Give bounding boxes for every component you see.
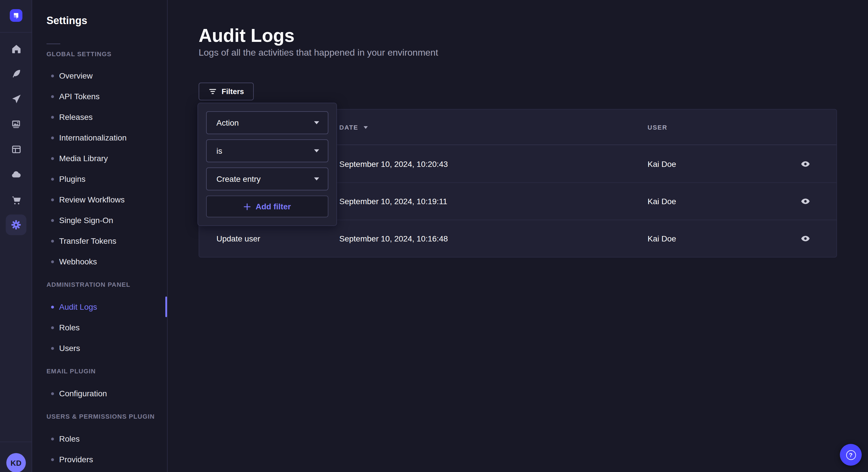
caret-down-icon [363, 125, 369, 129]
filter-popover: Action is Create entry [197, 103, 337, 226]
sidebar-item-home[interactable] [5, 37, 28, 60]
bullet-dot [51, 136, 54, 139]
cloud-icon [11, 169, 21, 179]
nav-list-global-settings: Overview API Tokens Releases Internation… [32, 65, 167, 272]
sidebar-item-webhooks[interactable]: Webhooks [32, 251, 167, 272]
cell-date: September 10, 2024, 10:20:43 [339, 159, 648, 168]
page-title: Audit Logs [198, 24, 837, 47]
sidebar-item-admin-users[interactable]: Users [32, 338, 167, 359]
sidebar-item-up-roles[interactable]: Roles [32, 429, 167, 449]
sidebar-item-transfer-tokens[interactable]: Transfer Tokens [32, 231, 167, 251]
avatar[interactable]: KD [6, 453, 26, 472]
sidebar-item-email-configuration[interactable]: Configuration [32, 383, 167, 404]
sidebar-item-content-type-builder[interactable] [5, 62, 28, 85]
quill-icon [11, 69, 21, 78]
bullet-dot [51, 260, 54, 263]
plus-icon [244, 203, 251, 210]
view-details-button[interactable] [797, 231, 813, 247]
cell-user: Kai Doe [648, 234, 792, 243]
sidebar-item-single-sign-on[interactable]: Single Sign-On [32, 210, 167, 231]
main-content: Audit Logs Logs of all the activities th… [167, 0, 868, 472]
heading-divider [46, 43, 60, 44]
chevron-down-icon [313, 148, 320, 153]
active-indicator [165, 297, 167, 317]
bullet-dot [51, 198, 54, 201]
rail-divider [0, 442, 32, 442]
bullet-dot [51, 74, 54, 77]
chevron-down-icon [313, 177, 320, 181]
question-mark-icon: ? [846, 450, 856, 460]
bullet-dot [51, 458, 54, 461]
strapi-logo[interactable] [10, 9, 22, 22]
eye-icon [801, 197, 810, 206]
sidebar-item-api-tokens[interactable]: API Tokens [32, 86, 167, 107]
cell-date: September 10, 2024, 10:19:11 [339, 197, 648, 206]
subnav-heading: Settings [46, 14, 167, 27]
icon-rail: KD [0, 0, 32, 472]
view-details-button[interactable] [797, 193, 813, 209]
sidebar-item-content-manager[interactable] [5, 138, 28, 161]
section-label-administration-panel: Administration Panel [46, 281, 167, 289]
sidebar-item-media-library[interactable] [5, 113, 28, 136]
bullet-dot [51, 326, 54, 329]
eye-icon [801, 159, 810, 168]
section-label-email-plugin: Email Plugin [46, 368, 167, 375]
column-header-user: User [648, 124, 792, 131]
help-button[interactable]: ? [840, 444, 862, 466]
home-icon [11, 44, 21, 54]
eye-icon [801, 234, 810, 243]
layout-icon [11, 144, 21, 154]
bullet-dot [51, 115, 54, 119]
view-details-button[interactable] [797, 156, 813, 172]
sidebar-item-plugins[interactable]: Plugins [32, 169, 167, 189]
gear-icon [11, 220, 21, 230]
cell-date: September 10, 2024, 10:16:48 [339, 234, 648, 243]
bullet-dot [51, 177, 54, 180]
sidebar-item-releases[interactable]: Releases [32, 107, 167, 127]
cell-user: Kai Doe [648, 197, 792, 206]
bullet-dot [51, 219, 54, 222]
bullet-dot [51, 305, 54, 308]
sidebar-item-up-providers[interactable]: Providers [32, 449, 167, 470]
cell-action: Update user [216, 234, 339, 243]
sidebar-item-review-workflows[interactable]: Review Workflows [32, 189, 167, 210]
add-filter-button[interactable]: Add filter [206, 196, 329, 217]
column-header-date[interactable]: Date [339, 124, 648, 131]
sidebar-item-deploy[interactable] [5, 87, 28, 110]
bullet-dot [51, 157, 54, 160]
sidebar-item-internationalization[interactable]: Internationalization [32, 127, 167, 148]
sidebar-item-admin-roles[interactable]: Roles [32, 317, 167, 338]
bullet-dot [51, 437, 54, 440]
sidebar-item-media-library-settings[interactable]: Media Library [32, 148, 167, 169]
bullet-dot [51, 95, 54, 98]
page-subtitle: Logs of all the activities that happened… [198, 47, 837, 58]
strapi-admin-window: KD Settings Global Settings Overview API… [0, 0, 868, 472]
bullet-dot [51, 392, 54, 395]
cell-user: Kai Doe [648, 159, 792, 168]
section-label-global-settings: Global Settings [46, 50, 167, 58]
filter-icon [208, 87, 217, 96]
filter-operator-select[interactable]: is [206, 139, 329, 162]
filter-field-select[interactable]: Action [206, 111, 329, 134]
settings-subnav: Settings Global Settings Overview API To… [32, 0, 167, 472]
nav-list-email-plugin: Configuration [32, 383, 167, 404]
media-stack-icon [11, 119, 21, 130]
nav-list-users-permissions: Roles Providers [32, 429, 167, 470]
strapi-logo-icon [12, 11, 20, 20]
sidebar-item-audit-logs[interactable]: Audit Logs [32, 297, 167, 317]
paper-plane-icon [11, 94, 21, 103]
chevron-down-icon [313, 121, 320, 125]
filter-value-select[interactable]: Create entry [206, 167, 329, 191]
rail-divider [0, 32, 32, 33]
sidebar-item-settings[interactable] [6, 214, 26, 235]
bullet-dot [51, 347, 54, 349]
bullet-dot [51, 239, 54, 242]
filters-button[interactable]: Filters [198, 82, 254, 100]
nav-list-administration-panel: Audit Logs Roles Users [32, 297, 167, 359]
section-label-users-permissions-plugin: Users & Permissions plugin [46, 413, 167, 420]
sidebar-item-marketplace[interactable] [5, 189, 28, 212]
cart-icon [11, 195, 21, 205]
sidebar-item-cloud[interactable] [5, 163, 28, 186]
sidebar-item-overview[interactable]: Overview [32, 65, 167, 86]
